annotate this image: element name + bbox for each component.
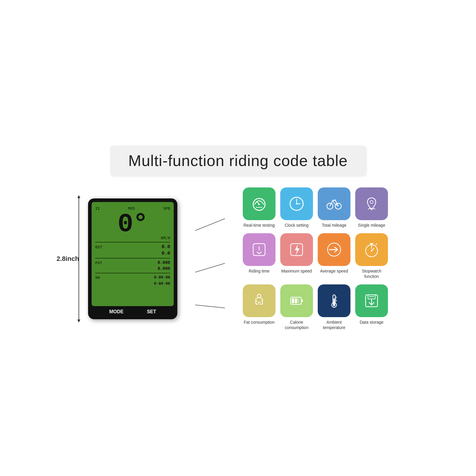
svg-line-0 xyxy=(195,219,225,231)
feature-riding-time: Riding time xyxy=(243,233,275,279)
fat-label: FAT xyxy=(95,261,102,265)
dst-value-2: 0.0 xyxy=(162,251,170,256)
svg-point-12 xyxy=(296,203,298,204)
total-mileage-icon-box xyxy=(318,187,350,220)
main-row: 2.8inch II MXS SPD 0° KM/H DST 0.0 xyxy=(74,187,402,331)
sw-value-1: 0·00·00 xyxy=(154,275,170,280)
feature-single-mileage: Single mileage xyxy=(355,187,388,228)
fat-row-2: 0.000 xyxy=(95,266,170,271)
clock-icon xyxy=(288,195,306,213)
person-icon xyxy=(250,292,268,310)
single-mileage-icon-box xyxy=(355,187,388,220)
svg-rect-27 xyxy=(370,243,373,244)
svg-point-40 xyxy=(333,304,335,306)
feature-total-mileage: Total mileage xyxy=(318,187,350,228)
sw-row-1: SW 0·00·00 xyxy=(95,275,170,280)
battery-icon xyxy=(288,292,306,310)
sw-value-2: 0·00·00 xyxy=(154,281,170,286)
data-storage-icon-box xyxy=(355,284,388,317)
speedometer-icon xyxy=(250,195,268,213)
average-speed-icon-box xyxy=(318,233,350,266)
real-time-testing-label: Real-time testing xyxy=(243,223,275,228)
fat-value-1: 0.000 xyxy=(158,260,170,265)
bike-computer-device: II MXS SPD 0° KM/H DST 0.0 0.0 xyxy=(88,198,177,319)
svg-rect-35 xyxy=(295,298,297,303)
page-container: Multi-function riding code table 2.8inch… xyxy=(74,146,402,331)
arrow-right-icon xyxy=(325,241,343,259)
speed-display: 0° xyxy=(95,211,170,237)
arrow-down xyxy=(77,320,80,322)
average-speed-label: Average speed xyxy=(320,268,348,274)
features-grid: Real-time testing Clock setting xyxy=(243,187,388,331)
svg-point-29 xyxy=(257,294,261,298)
svg-rect-34 xyxy=(292,298,294,303)
device-buttons: MODE SET xyxy=(92,306,174,316)
maximum-speed-label: Maximum speed xyxy=(281,268,312,274)
title-box: Multi-function riding code table xyxy=(110,146,365,176)
ambient-temperature-label: Ambient temperature xyxy=(318,320,350,330)
ii-label: II xyxy=(95,206,100,211)
divider-3 xyxy=(95,273,170,273)
stopwatch-icon-box xyxy=(355,233,388,266)
riding-time-icon-box xyxy=(243,233,275,266)
riding-time-label: Riding time xyxy=(249,268,270,274)
svg-line-28 xyxy=(376,244,377,245)
feature-calorie-consumption: Calorie consumption xyxy=(280,284,313,330)
feature-stopwatch-function: Stopwatch function xyxy=(355,233,388,279)
dst-value-1: 0.0 xyxy=(162,244,170,250)
sw-label: SW xyxy=(95,275,100,280)
fat-row-1: FAT 0.000 xyxy=(95,260,170,265)
bicycle-icon xyxy=(325,195,343,213)
svg-point-26 xyxy=(371,250,372,251)
size-label: 2.8inch xyxy=(57,255,79,263)
feature-ambient-temperature: Ambient temperature xyxy=(318,284,350,330)
device-section: 2.8inch II MXS SPD 0° KM/H DST 0.0 xyxy=(74,196,177,321)
feature-clock-setting: Clock setting xyxy=(280,187,313,228)
fat-consumption-icon-box xyxy=(243,284,275,317)
ambient-temperature-icon-box xyxy=(318,284,350,317)
dst-row-1: DST 0.0 xyxy=(95,244,170,250)
data-storage-label: Data storage xyxy=(360,320,383,325)
stopwatch-function-label: Stopwatch function xyxy=(355,268,388,279)
timer-down-icon xyxy=(250,241,268,259)
svg-point-17 xyxy=(370,201,373,203)
single-mileage-label: Single mileage xyxy=(358,223,385,228)
real-time-testing-icon-box xyxy=(243,187,275,220)
svg-rect-33 xyxy=(301,300,303,302)
thermometer-icon xyxy=(325,292,343,310)
divider-1 xyxy=(95,242,170,242)
dst-label: DST xyxy=(95,245,102,249)
fat-value-2: 0.000 xyxy=(158,266,170,271)
dimension-indicator: 2.8inch xyxy=(74,196,83,321)
sw-row-2: 0·00·00 xyxy=(95,281,170,286)
clock-setting-icon-box xyxy=(280,187,313,220)
clock-setting-label: Clock setting xyxy=(285,223,309,228)
stopwatch-icon xyxy=(363,241,381,259)
svg-line-1 xyxy=(195,263,225,272)
total-mileage-label: Total mileage xyxy=(322,223,347,228)
lightning-icon xyxy=(288,241,306,259)
fat-consumption-label: Fat consumption xyxy=(244,320,275,325)
save-icon xyxy=(363,292,381,310)
svg-point-5 xyxy=(259,203,260,205)
feature-maximum-speed: Maximum speed xyxy=(280,233,313,279)
calorie-consumption-label: Calorie consumption xyxy=(280,320,313,330)
dst-row-2: 0.0 xyxy=(95,251,170,256)
feature-average-speed: Average speed xyxy=(318,233,350,279)
set-button-label[interactable]: SET xyxy=(147,309,156,314)
location-icon xyxy=(363,195,381,213)
arrow-up xyxy=(77,195,80,198)
feature-data-storage: Data storage xyxy=(355,284,388,330)
device-screen: II MXS SPD 0° KM/H DST 0.0 0.0 xyxy=(92,202,174,306)
svg-rect-39 xyxy=(333,298,335,304)
calorie-consumption-icon-box xyxy=(280,284,313,317)
svg-line-2 xyxy=(195,305,225,308)
maximum-speed-icon-box xyxy=(280,233,313,266)
mode-button-label[interactable]: MODE xyxy=(109,309,123,314)
feature-real-time-testing: Real-time testing xyxy=(243,187,275,228)
svg-rect-36 xyxy=(298,298,299,303)
annotation-lines xyxy=(195,195,225,323)
divider-2 xyxy=(95,258,170,259)
page-title: Multi-function riding code table xyxy=(128,152,347,169)
feature-fat-consumption: Fat consumption xyxy=(243,284,275,330)
